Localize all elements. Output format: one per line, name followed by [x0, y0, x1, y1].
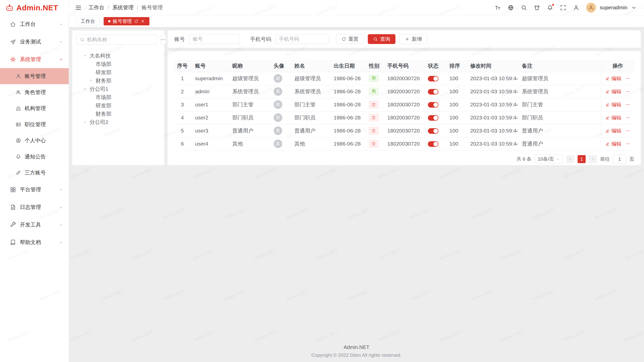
- tree-node[interactable]: 分公司1: [76, 85, 160, 93]
- global-search-icon[interactable]: [521, 5, 527, 11]
- cell-nickname: 部门职员: [228, 111, 269, 124]
- reset-button[interactable]: 重置: [336, 34, 364, 44]
- page-unit-label: 页: [629, 156, 634, 162]
- tab-refresh-icon[interactable]: [134, 19, 138, 23]
- row-more-icon[interactable]: [625, 76, 630, 81]
- cell-sort: 100: [445, 137, 466, 150]
- expand-caret[interactable]: [89, 79, 96, 82]
- breadcrumb-item-system[interactable]: 系统管理: [112, 4, 134, 11]
- status-toggle[interactable]: [428, 76, 438, 81]
- tree-node[interactable]: 市场部: [76, 93, 160, 101]
- page-1-button[interactable]: 1: [578, 155, 586, 163]
- org-more-button[interactable]: [160, 35, 166, 44]
- font-size-icon[interactable]: [495, 5, 501, 11]
- lock-screen-icon[interactable]: [573, 5, 579, 11]
- users-icon: [16, 89, 21, 95]
- status-toggle[interactable]: [428, 102, 438, 108]
- row-more-icon[interactable]: [625, 89, 630, 94]
- tree-node[interactable]: 大名科技: [76, 52, 160, 60]
- row-more-icon[interactable]: [625, 128, 630, 133]
- sidebar-item-position-mgmt[interactable]: 职位管理: [0, 116, 69, 132]
- collapse-menu-icon[interactable]: [75, 4, 82, 11]
- user-menu-chevron-icon[interactable]: [631, 5, 637, 11]
- tree-node[interactable]: 研发部: [76, 101, 160, 110]
- status-toggle[interactable]: [428, 141, 438, 147]
- sidebar-item-label: 帮助文档: [20, 239, 41, 246]
- tools-icon: [10, 222, 16, 228]
- tree-node[interactable]: 市场部: [76, 60, 160, 68]
- sidebar-item-workbench[interactable]: 工作台: [0, 15, 69, 33]
- sidebar-item-org-mgmt[interactable]: 机构管理: [0, 100, 69, 116]
- expand-caret[interactable]: [83, 120, 90, 124]
- edit-button[interactable]: 编辑: [605, 101, 621, 108]
- sidebar-item-label: 日志管理: [20, 204, 41, 211]
- cell-nickname: 部门主管: [228, 98, 269, 111]
- tab-close-icon[interactable]: [141, 19, 145, 23]
- edit-icon: [605, 89, 610, 94]
- theme-icon[interactable]: [534, 5, 540, 11]
- tree-node[interactable]: 分公司2: [76, 118, 160, 126]
- row-more-icon[interactable]: [625, 115, 630, 120]
- phone-input[interactable]: [275, 34, 329, 44]
- link-icon: [16, 170, 21, 175]
- account-input[interactable]: [189, 34, 240, 44]
- cell-birthdate: 1986-06-28: [329, 124, 364, 137]
- org-search-input[interactable]: [87, 37, 154, 42]
- sidebar-item-system-mgmt[interactable]: 系统管理: [0, 51, 69, 68]
- page-size-select[interactable]: 10条/页: [535, 155, 563, 164]
- org-tree: 大名科技市场部研发部财务部分公司1市场部研发部财务部分公司2: [76, 52, 160, 126]
- notification-bell[interactable]: [547, 5, 553, 11]
- edit-button[interactable]: 编辑: [605, 75, 621, 82]
- sidebar-item-help-docs[interactable]: 帮助文档: [0, 234, 69, 251]
- edit-button[interactable]: 编辑: [605, 141, 621, 147]
- add-button[interactable]: 新增: [399, 34, 427, 44]
- gender-badge: 女: [369, 127, 379, 134]
- cell-name: 其他: [290, 137, 329, 150]
- goto-page-input[interactable]: [613, 155, 626, 164]
- sidebar-item-dev-tools[interactable]: 开发工具: [0, 216, 69, 234]
- sidebar-item-log-mgmt[interactable]: 日志管理: [0, 198, 69, 216]
- tree-node-label: 分公司1: [90, 85, 108, 93]
- tab-workbench[interactable]: 工作台: [76, 17, 100, 25]
- status-toggle[interactable]: [428, 115, 438, 121]
- ellipsis-icon: [160, 37, 166, 42]
- edit-button[interactable]: 编辑: [605, 114, 621, 121]
- tree-node[interactable]: 研发部: [76, 68, 160, 76]
- right-column: 账号 手机号码 重置 查询 新增: [168, 30, 641, 165]
- prev-page-button[interactable]: [566, 155, 574, 163]
- row-avatar: 系: [274, 87, 282, 96]
- sidebar-item-platform-mgmt[interactable]: 平台管理: [0, 181, 69, 198]
- collapse-caret[interactable]: [83, 54, 90, 58]
- edit-button[interactable]: 编辑: [605, 88, 621, 95]
- query-button[interactable]: 查询: [368, 34, 395, 44]
- row-more-icon[interactable]: [625, 102, 630, 107]
- row-more-icon[interactable]: [625, 141, 630, 146]
- tab-account-mgmt[interactable]: 账号管理: [104, 17, 149, 25]
- username[interactable]: superadmin: [600, 5, 627, 11]
- fullscreen-icon[interactable]: [560, 5, 566, 11]
- next-page-button[interactable]: [589, 155, 597, 163]
- sidebar-item-role-mgmt[interactable]: 角色管理: [0, 84, 69, 100]
- cell-phone: 18020030720: [383, 85, 423, 98]
- tree-node-label: 大名科技: [90, 52, 111, 59]
- breadcrumb-item-workbench[interactable]: 工作台: [89, 4, 104, 11]
- language-icon[interactable]: [508, 5, 514, 11]
- collapse-caret[interactable]: [83, 87, 90, 91]
- user-avatar[interactable]: [586, 3, 596, 13]
- sidebar-item-account-mgmt[interactable]: 账号管理: [0, 68, 69, 84]
- edit-button[interactable]: 编辑: [605, 127, 621, 134]
- sidebar-item-business-test[interactable]: 业务测试: [0, 33, 69, 51]
- chevron-down-icon: [59, 240, 63, 245]
- tree-node[interactable]: 财务部: [76, 110, 160, 118]
- column-header: 修改时间: [466, 60, 517, 72]
- sidebar-item-notice[interactable]: 通知公告: [0, 149, 69, 165]
- cell-modified-time: 2023-01-03 10:59:44: [466, 98, 517, 111]
- sidebar-item-third-party-account[interactable]: 三方账号: [0, 165, 69, 181]
- status-toggle[interactable]: [428, 89, 438, 95]
- tree-node[interactable]: 财务部: [76, 76, 160, 85]
- sidebar-item-personal-center[interactable]: 个人中心: [0, 132, 69, 149]
- edit-icon: [605, 115, 610, 120]
- status-toggle[interactable]: [428, 128, 438, 134]
- sidebar-item-label: 职位管理: [25, 121, 46, 128]
- logo[interactable]: Admin.NET: [0, 0, 69, 15]
